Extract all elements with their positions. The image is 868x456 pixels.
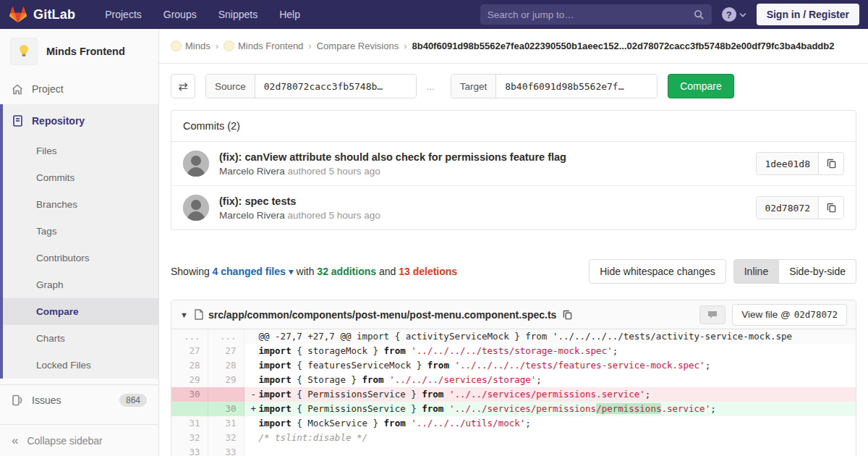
commit-author-link[interactable]: Marcelo Rivera xyxy=(219,210,285,221)
changed-files-dropdown[interactable]: 4 changed files ▾ xyxy=(213,266,294,277)
gitlab-logo[interactable]: GitLab xyxy=(9,5,75,24)
old-line-number[interactable]: 27 xyxy=(171,344,208,358)
target-label: Target xyxy=(451,75,497,98)
sidebar-project-header[interactable]: Minds Frontend xyxy=(0,29,158,74)
global-search[interactable] xyxy=(480,4,712,25)
commit-author-link[interactable]: Marcelo Rivera xyxy=(219,166,285,177)
primary-nav: ProjectsGroupsSnippetsHelp xyxy=(95,3,310,26)
swap-revisions-button[interactable]: ⇄ xyxy=(171,74,195,98)
diff-sign xyxy=(251,344,259,358)
new-line-number[interactable]: 28 xyxy=(208,358,244,373)
diff-sign xyxy=(251,416,259,431)
commit-sha[interactable]: 02d78072 xyxy=(757,197,819,219)
code-cell: +import { PermissionsService } from '../… xyxy=(244,402,856,416)
old-line-number[interactable]: 31 xyxy=(171,416,208,431)
commit-row: (fix): canView attribute should also che… xyxy=(171,142,856,185)
compare-button[interactable]: Compare xyxy=(668,74,734,98)
sidebar-item-branches[interactable]: Branches xyxy=(3,191,158,218)
tanuki-icon xyxy=(9,5,27,24)
breadcrumb-item-compare-revisions[interactable]: Compare Revisions xyxy=(317,41,399,51)
search-icon[interactable] xyxy=(694,9,705,20)
new-line-number[interactable]: 31 xyxy=(208,416,244,431)
old-line-number[interactable]: 28 xyxy=(171,358,208,373)
nav-link-groups[interactable]: Groups xyxy=(154,3,206,26)
new-line-number[interactable]: 32 xyxy=(208,431,244,445)
code-cell: -import { PermissionsService } from '../… xyxy=(244,387,856,402)
search-input[interactable] xyxy=(488,9,694,20)
new-line-number[interactable]: 29 xyxy=(208,373,244,387)
diff-sign xyxy=(251,358,259,373)
question-icon: ? xyxy=(722,7,736,22)
target-field-group: Target xyxy=(451,74,658,98)
project-avatar-lightbulb-icon xyxy=(10,38,38,65)
commit-title-link[interactable]: (fix): canView attribute should also che… xyxy=(219,151,756,163)
sidebar-item-locked-files[interactable]: Locked Files xyxy=(3,352,158,379)
breadcrumb-separator: › xyxy=(404,41,407,51)
source-input[interactable] xyxy=(255,75,416,98)
project-sidebar: Minds Frontend Project Repository Fi xyxy=(0,29,159,456)
code-cell xyxy=(244,445,856,456)
commits-panel: Commits (2) (fix): canView attribute sho… xyxy=(171,110,856,230)
commit-meta: Marcelo Rivera authored 5 hours ago xyxy=(219,166,756,177)
old-line-number[interactable]: 29 xyxy=(171,373,208,387)
old-line-number[interactable] xyxy=(171,402,208,416)
sidebar-item-contributors[interactable]: Contributors xyxy=(3,245,158,271)
sidebar-item-commits[interactable]: Commits xyxy=(3,164,158,191)
sidebar-item-compare[interactable]: Compare xyxy=(3,298,158,325)
nav-link-snippets[interactable]: Snippets xyxy=(209,3,267,26)
sidebar-item-graph[interactable]: Graph xyxy=(3,271,158,298)
commit-sha-group: 1dee01d8 xyxy=(756,152,844,175)
view-file-button[interactable]: View file @ 02d78072 xyxy=(732,304,847,326)
commit-author-avatar[interactable] xyxy=(183,151,209,177)
sidebar-item-issues[interactable]: Issues 864 xyxy=(0,384,158,415)
sidebar-item-files[interactable]: Files xyxy=(3,138,158,164)
new-line-number[interactable]: 30 xyxy=(208,402,244,416)
copy-file-path-icon[interactable] xyxy=(563,310,572,320)
sign-in-button[interactable]: Sign in / Register xyxy=(757,4,859,25)
sidebar-item-repository[interactable]: Repository xyxy=(3,104,158,138)
collapse-file-caret-icon[interactable]: ▼ xyxy=(180,311,188,319)
diff-file-path[interactable]: src/app/common/components/post-menu/post… xyxy=(208,309,557,321)
commit-title-link[interactable]: (fix): spec tests xyxy=(219,195,756,207)
breadcrumb-item-minds-frontend[interactable]: Minds Frontend xyxy=(224,41,303,51)
diff-mode-toggle: Inline Side-by-side xyxy=(733,259,856,284)
old-line-number[interactable]: ... xyxy=(171,329,208,344)
code-cell: import { storageMock } from '../../../..… xyxy=(244,344,856,358)
sidebar-item-tags[interactable]: Tags xyxy=(3,218,158,245)
sidebar-item-charts[interactable]: Charts xyxy=(3,325,158,352)
side-by-side-view-button[interactable]: Side-by-side xyxy=(779,259,856,284)
sidebar-item-project[interactable]: Project xyxy=(0,74,158,104)
hide-whitespace-button[interactable]: Hide whitespace changes xyxy=(589,259,726,284)
commit-sha[interactable]: 1dee01d8 xyxy=(757,153,819,174)
view-file-sha: 02d78072 xyxy=(794,309,838,320)
diff-line-context: 3232 /* tslint:disable */ xyxy=(171,431,856,445)
copy-sha-icon[interactable] xyxy=(819,153,843,174)
issues-icon xyxy=(12,394,23,406)
breadcrumb-item-minds[interactable]: Minds xyxy=(171,41,210,51)
old-line-number[interactable]: 33 xyxy=(171,445,208,456)
breadcrumb-avatar-icon xyxy=(171,41,182,51)
help-menu[interactable]: ? xyxy=(722,7,746,22)
nav-link-projects[interactable]: Projects xyxy=(95,3,151,26)
code-cell: import { Storage } from '../../../servic… xyxy=(244,373,856,387)
new-line-number[interactable] xyxy=(208,387,244,402)
diff-sign xyxy=(251,431,259,445)
nav-link-help[interactable]: Help xyxy=(270,3,310,26)
diff-line-context: 3333 xyxy=(171,445,856,456)
new-line-number[interactable]: 33 xyxy=(208,445,244,456)
copy-sha-icon[interactable] xyxy=(819,197,843,219)
old-line-number[interactable]: 30 xyxy=(171,387,208,402)
new-line-number[interactable]: 27 xyxy=(208,344,244,358)
file-icon xyxy=(195,309,203,320)
new-line-number[interactable]: ... xyxy=(208,329,244,344)
inline-view-button[interactable]: Inline xyxy=(733,259,779,284)
diff-sign xyxy=(251,373,259,387)
old-line-number[interactable]: 32 xyxy=(171,431,208,445)
deletions-count: 13 deletions xyxy=(399,266,457,277)
breadcrumb: Minds›Minds Frontend›Compare Revisions›8… xyxy=(159,29,868,64)
collapse-sidebar-button[interactable]: « Collapse sidebar xyxy=(0,424,158,456)
file-comment-button[interactable] xyxy=(699,305,726,324)
commit-author-avatar[interactable] xyxy=(183,195,209,221)
diff-line-context: 3131 import { MockService } from '../../… xyxy=(171,416,856,431)
target-input[interactable] xyxy=(496,75,657,98)
